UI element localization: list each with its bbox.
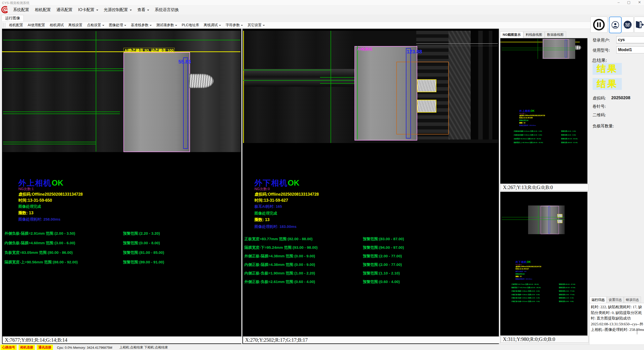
measure-rect: [183, 57, 188, 149]
menu-language-switch[interactable]: 系统语言切换: [152, 5, 182, 15]
dropdown-caret-icon: [96, 10, 98, 11]
ai-threshold-label: AI静态阈值:93, 动态阈值:100: [123, 48, 175, 53]
virtual-code-label: 虚拟码:: [593, 96, 606, 101]
tab-line-curve[interactable]: 料线曲线图: [523, 31, 545, 38]
ai-cost-line: 极耳AI耗时: 165: [254, 204, 282, 209]
menu-view[interactable]: 查看: [135, 5, 152, 15]
dropdown-caret-icon: [219, 25, 221, 26]
center-camera-view[interactable]: AI检测框 123.88 外下相机OK NG次数:0 虚拟码:Offline20…: [242, 29, 499, 344]
tool-spot-check-settings[interactable]: 点检设置: [85, 23, 107, 27]
ai-box-label: AI检测框: [357, 47, 372, 52]
tab-run-image[interactable]: 运行图像: [2, 15, 24, 21]
overlay-line: [331, 31, 331, 143]
login-user-input[interactable]: cys: [616, 36, 644, 43]
overlay-line: [96, 31, 96, 152]
process-cost-line: 图像处理耗时: 183.00ms: [254, 224, 297, 229]
cpu-memory-status: Cpu: 0.0% Memory: 3424.41796875M: [57, 346, 112, 349]
tab-error-log[interactable]: 错误日志: [624, 297, 641, 303]
tool-image-processing[interactable]: 图像处理: [107, 23, 128, 27]
process-done-line: 图像处理完成: [254, 211, 277, 216]
virtual-code-line: 虚拟码:Offline20250208133134728: [254, 192, 319, 197]
tool-plc-address-lib[interactable]: PLC地址库: [179, 23, 201, 27]
toolbar-grip-handle[interactable]: [3, 23, 5, 27]
status-bar: 心跳信号 相机连接 通讯连接 Cpu: 0.0% Memory: 3424.41…: [0, 344, 644, 350]
overlay-line: [3, 114, 120, 114]
tab-strip: 运行图像: [0, 15, 644, 21]
tool-ai-usage-config[interactable]: AI使用配置: [25, 23, 47, 27]
logout-button[interactable]: [634, 17, 644, 33]
tab-data-curve[interactable]: 数据曲线图: [545, 31, 566, 38]
gauge-value: 123.88: [407, 49, 422, 55]
tab-detect-box: [557, 220, 562, 223]
window-title: CYS-视觉检测系统: [2, 1, 29, 5]
dropdown-caret-icon: [147, 10, 149, 11]
measurement-row: 外侧正极-隔膜=4.38mm 范围:(0.00 - 9.00) 预警范围:(2.…: [244, 254, 471, 258]
camera-connect-badge: 相机连接: [19, 345, 35, 350]
overlay-line: [502, 217, 565, 217]
user-icon: [611, 21, 620, 29]
overlay-line: [3, 142, 96, 142]
users-group-button[interactable]: [622, 17, 634, 33]
machinery-texture: [448, 31, 471, 139]
ng-preview-top[interactable]: 外上相机OK NG次数:1 虚拟码:Offline202502081331347…: [500, 38, 588, 184]
tab-settings-log[interactable]: 设置日志: [607, 297, 624, 303]
dropdown-caret-icon: [124, 25, 126, 26]
menu-comm-config[interactable]: 通讯配置: [54, 5, 75, 15]
process-cost-line: 图像处理耗时: 258.00ms: [18, 217, 60, 222]
menu-bar: 系统配置 相机配置 通讯配置 IO卡配置 光源控制配置 查看 系统语言切换: [0, 5, 644, 15]
menu-system-config[interactable]: 系统配置: [10, 5, 32, 15]
machinery-texture: [471, 31, 498, 139]
machinery-highlight: [416, 46, 498, 46]
heartbeat-badge: 心跳信号: [1, 345, 17, 350]
camera-status: OK: [288, 179, 300, 187]
model-input[interactable]: Model1: [616, 46, 644, 53]
ng-count: NG次数:1: [18, 187, 34, 191]
left-camera-view[interactable]: AI静态阈值:93, 动态阈值:100 55.83 外上相机OK NG次数:1 …: [2, 29, 241, 344]
user-button[interactable]: [609, 17, 622, 33]
ng-preview-bottom[interactable]: 外下相机OK NG次数:0 虚拟码:Offline202502081331347…: [500, 192, 588, 336]
machinery-band: [243, 69, 356, 87]
tool-test-item-params[interactable]: 测试项参数: [154, 23, 179, 27]
tab-detect-box: [417, 79, 436, 92]
gauge-value: 55.83: [178, 59, 191, 65]
pause-button[interactable]: [590, 17, 607, 33]
tool-offline-debug[interactable]: 离线调试: [201, 23, 223, 27]
loop-count-line: 圈数: 13: [18, 211, 34, 216]
overlay-line: [538, 39, 538, 59]
login-user-label: 登录用户:: [593, 38, 610, 43]
menu-light-control-config[interactable]: 光源控制配置: [101, 5, 135, 15]
camera-check-status: 上相机:点检结束 下相机:点检结束: [119, 345, 168, 350]
tool-camera-debug[interactable]: 相机调试: [47, 23, 66, 27]
overlay-line: [501, 48, 575, 48]
tool-other-settings[interactable]: 其它设置: [245, 23, 267, 27]
preview-text-mini: 外下相机OK NG次数:0 虚拟码:Offline202502081331347…: [516, 260, 611, 303]
overlay-line: [502, 220, 565, 220]
tool-camera-config[interactable]: 相机配置: [7, 23, 25, 27]
secondary-toolbar: 相机配置 AI使用配置 相机调试 离线设置 点检设置 图像处理 基准线参数 测试…: [2, 22, 642, 29]
tool-offline-settings[interactable]: 离线设置: [66, 23, 85, 27]
loop-count-line: 圈数: 13: [254, 217, 270, 223]
maximize-icon[interactable]: ▢: [627, 0, 630, 4]
spindle-number-label: 卷针号:: [593, 104, 606, 109]
virtual-code-line: 虚拟码:Offline20250208133134728: [18, 192, 83, 197]
overlay-line: [3, 40, 240, 40]
close-icon[interactable]: ✕: [638, 0, 641, 4]
overlay-line: [3, 112, 120, 112]
measurement-row: 内侧负极-隔膜=4.60mm 范围:(3.00 - 6.00) 预警范围:(0.…: [5, 241, 231, 245]
minimize-icon[interactable]: –: [618, 0, 620, 4]
log-tab-strip: 运行日志 设置日志 错误日志: [590, 297, 641, 303]
qr-code-label: 二维码:: [593, 113, 606, 118]
tool-char-params[interactable]: 字符参数: [223, 23, 245, 27]
left-camera-image: [3, 31, 241, 152]
menu-io-card-config[interactable]: IO卡配置: [75, 5, 101, 15]
tool-baseline-params[interactable]: 基准线参数: [128, 23, 154, 27]
run-log-textarea[interactable]: 耗时: 222, 缺陷检测耗时: 17, 缺陷分类耗时: 0, 缺陷提取分区耗时…: [589, 303, 644, 350]
tab-ng-screenshot[interactable]: NG截图显示: [500, 31, 523, 38]
dropdown-caret-icon: [241, 25, 243, 26]
virtual-code-value: 20250208: [611, 95, 630, 100]
tab-run-log[interactable]: 运行日志: [590, 297, 607, 303]
electrode-tab: [189, 74, 214, 88]
overlay-line: [3, 144, 96, 144]
measurement-row: 正极宽度=83.77mm 范围:(82.00 - 88.00) 预警范围:(83…: [244, 237, 471, 241]
menu-camera-config[interactable]: 相机配置: [32, 5, 54, 15]
